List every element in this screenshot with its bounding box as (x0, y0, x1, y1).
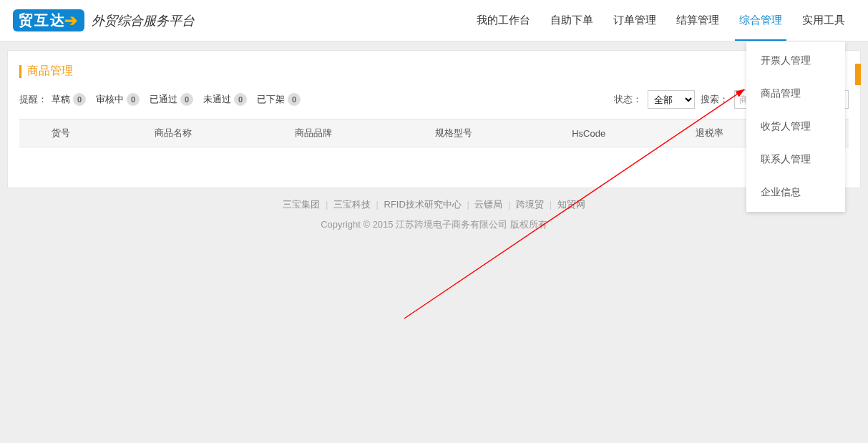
footer-link-yunbiao[interactable]: 云镖局 (472, 199, 505, 210)
dropdown-item-company-info[interactable]: 企业信息 (746, 176, 845, 209)
content: 商品管理 提醒： 草稿 0 审核中 0 已通过 0 未通过 0 已下架 0 (0, 42, 868, 235)
dropdown-item-consignee[interactable]: 收货人管理 (746, 110, 845, 143)
nav-item-workbench[interactable]: 我的工作台 (467, 0, 540, 41)
panel-header: 商品管理 (19, 64, 849, 79)
general-mgmt-dropdown: 开票人管理 商品管理 收货人管理 联系人管理 企业信息 (746, 42, 845, 212)
col-sku: 货号 (19, 120, 103, 147)
nav-item-order-mgmt[interactable]: 订单管理 (603, 0, 666, 41)
chip-passed[interactable]: 已通过 0 (150, 93, 193, 106)
chip-unlisted[interactable]: 已下架 0 (257, 93, 301, 106)
chip-failed[interactable]: 未通过 0 (203, 93, 247, 106)
logo-text: 贸互达 (19, 11, 66, 30)
table-empty (19, 147, 849, 188)
badge-count: 0 (73, 93, 86, 106)
status-select[interactable]: 全部 (648, 90, 695, 109)
footer-link-rfid[interactable]: RFID技术研究中心 (381, 199, 464, 210)
nav-item-general-mgmt[interactable]: 综合管理 (729, 0, 792, 41)
page-title: 商品管理 (27, 64, 73, 79)
col-spec: 规格型号 (384, 120, 524, 147)
topbar: 贸互达 ➔ 外贸综合服务平台 我的工作台 自助下单 订单管理 结算管理 综合管理… (0, 0, 868, 42)
logo-badge: 贸互达 ➔ (13, 9, 84, 31)
badge-count: 0 (127, 93, 140, 106)
col-hscode: HsCode (524, 120, 653, 147)
chip-reviewing[interactable]: 审核中 0 (96, 93, 140, 106)
dropdown-item-invoicer[interactable]: 开票人管理 (746, 44, 845, 77)
footer-copyright: Copyright © 2015 江苏跨境电子商务有限公司 版权所有 (7, 214, 861, 235)
title-bar-icon (19, 65, 21, 78)
logo[interactable]: 贸互达 ➔ 外贸综合服务平台 (13, 9, 195, 31)
chip-draft[interactable]: 草稿 0 (52, 93, 86, 106)
table-header-row: 货号 商品名称 商品品牌 规格型号 HsCode 退税率 状态 (19, 120, 849, 147)
footer-links: 三宝集团 | 三宝科技 | RFID技术研究中心 | 云镖局 | 跨境贸 | 知… (7, 188, 861, 214)
badge-count: 0 (288, 93, 301, 106)
main-nav: 我的工作台 自助下单 订单管理 结算管理 综合管理 实用工具 (467, 0, 855, 41)
dropdown-item-product-mgmt[interactable]: 商品管理 (746, 77, 845, 110)
search-label: 搜索： (701, 93, 728, 106)
remind-label: 提醒： (19, 93, 47, 106)
badge-count: 0 (234, 93, 247, 106)
footer-link-zhimao[interactable]: 知贸网 (555, 199, 588, 210)
footer-link-sanbao-tech[interactable]: 三宝科技 (331, 199, 374, 210)
nav-item-tools[interactable]: 实用工具 (792, 0, 855, 41)
footer-link-sanbao-group[interactable]: 三宝集团 (280, 199, 323, 210)
product-table: 货号 商品名称 商品品牌 规格型号 HsCode 退税率 状态 (19, 119, 849, 188)
footer-link-crossborder[interactable]: 跨境贸 (513, 199, 547, 210)
filter-row: 提醒： 草稿 0 审核中 0 已通过 0 未通过 0 已下架 0 状 (19, 90, 849, 109)
arrow-right-icon: ➔ (64, 11, 79, 30)
panel-product-mgmt: 商品管理 提醒： 草稿 0 审核中 0 已通过 0 未通过 0 已下架 0 (7, 50, 861, 188)
nav-item-settlement[interactable]: 结算管理 (666, 0, 729, 41)
col-brand: 商品品牌 (243, 120, 384, 147)
col-name: 商品名称 (103, 120, 243, 147)
status-label: 状态： (614, 93, 642, 106)
table-row (19, 147, 849, 188)
nav-item-self-order[interactable]: 自助下单 (540, 0, 603, 41)
dropdown-item-contact[interactable]: 联系人管理 (746, 143, 845, 176)
logo-tagline: 外贸综合服务平台 (92, 12, 195, 29)
badge-count: 0 (180, 93, 193, 106)
side-tab-indicator (855, 64, 861, 85)
